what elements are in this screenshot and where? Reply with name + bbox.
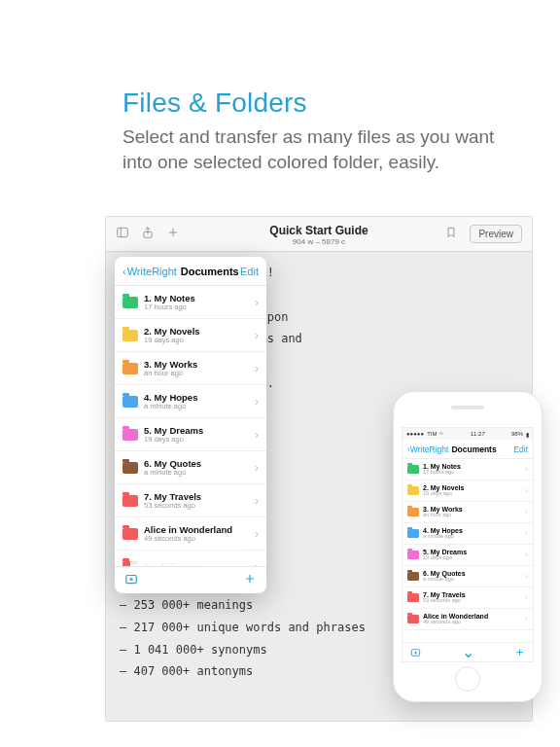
preview-button[interactable]: Preview — [470, 225, 522, 243]
carrier-label: TIM — [427, 431, 437, 437]
folder-list: 1. My Notes 17 hours ago › 2. My Novels … — [115, 286, 266, 566]
popover-header: ‹ WriteRight Documents Edit — [115, 257, 266, 286]
battery-icon: ▮ — [526, 431, 529, 438]
list-item[interactable]: 1. My Notes 17 hours ago › — [115, 286, 266, 319]
folder-time: 53 seconds ago — [423, 598, 466, 604]
folder-time: 17 hours ago — [423, 470, 461, 476]
iphone-folder-list: 1. My Notes 17 hours ago › 2. My Novels … — [402, 459, 533, 642]
chevron-right-icon: › — [525, 465, 528, 474]
new-folder-icon[interactable] — [410, 644, 421, 661]
folder-icon — [407, 465, 419, 474]
folder-time: 19 days ago — [144, 337, 200, 344]
list-item[interactable]: 4. My Hopes a minute ago › — [402, 523, 533, 545]
chevron-right-icon: › — [255, 428, 259, 442]
chevron-right-icon: › — [525, 551, 528, 559]
iphone-screen: ●●●●● TIM ⌔ 11:27 98% ▮ ‹WriteRight Docu… — [402, 427, 534, 662]
iphone-title: Documents — [451, 445, 496, 454]
chevron-right-icon: › — [525, 572, 528, 581]
list-item[interactable]: 5. My Dreams 19 days ago › — [402, 545, 533, 566]
chevron-right-icon: › — [255, 461, 259, 475]
popover-title: Documents — [181, 266, 239, 277]
iphone-device: ●●●●● TIM ⌔ 11:27 98% ▮ ‹WriteRight Docu… — [393, 391, 542, 702]
add-icon[interactable] — [514, 644, 525, 661]
folder-time: 19 days ago — [423, 491, 464, 497]
list-item[interactable]: 2. My Novels 19 days ago › — [115, 319, 266, 352]
share-icon[interactable] — [141, 226, 155, 243]
folder-icon — [122, 462, 138, 474]
hero-subtitle: Select and transfer as many files as you… — [122, 124, 525, 174]
list-item[interactable]: 5. My Dreams 19 days ago › — [115, 418, 266, 451]
iphone-nav: ‹WriteRight Documents Edit — [402, 440, 533, 459]
folder-icon — [407, 615, 419, 623]
iphone-edit-button[interactable]: Edit — [513, 445, 528, 454]
folder-time: 17 hours ago — [144, 303, 195, 311]
folder-icon — [122, 363, 138, 374]
battery-label: 98% — [511, 431, 523, 437]
folder-icon — [407, 551, 419, 559]
list-item[interactable]: 4. My Hopes a minute ago › — [115, 385, 266, 418]
chevron-right-icon: › — [255, 362, 259, 375]
chevron-right-icon: › — [525, 486, 528, 495]
folder-icon — [122, 396, 138, 408]
signal-icon: ●●●●● — [406, 431, 424, 437]
folder-time: 49 seconds ago — [423, 620, 488, 625]
list-item[interactable]: 6. My Quotes a minute ago › — [402, 566, 533, 587]
folder-icon — [407, 486, 419, 495]
plus-icon[interactable] — [166, 226, 180, 243]
list-item[interactable]: 3. My Works an hour ago › — [115, 352, 266, 385]
svg-rect-0 — [118, 228, 128, 236]
sidebar-icon[interactable] — [116, 226, 129, 243]
iphone-toolbar: ⌄ — [402, 642, 533, 661]
back-button[interactable]: ‹ WriteRight — [122, 266, 177, 277]
folder-icon — [122, 429, 138, 441]
chevron-right-icon: › — [255, 527, 259, 541]
list-item[interactable]: 6. My Quotes a minute ago › — [115, 451, 266, 484]
folder-time: an hour ago — [144, 370, 197, 377]
new-folder-icon[interactable] — [124, 572, 138, 589]
folder-time: a minute ago — [423, 577, 466, 583]
folder-time: a minute ago — [423, 534, 463, 540]
folder-icon — [407, 593, 419, 602]
chevron-right-icon: › — [255, 494, 259, 508]
chevron-right-icon: › — [255, 296, 259, 309]
list-item[interactable]: 7. My Travels 53 seconds ago › — [402, 587, 533, 609]
folder-time: 49 seconds ago — [144, 535, 232, 543]
list-item[interactable]: 7. My Travels 53 seconds ago › — [115, 484, 266, 517]
hero-title: Files & Folders — [122, 88, 525, 119]
chevron-right-icon: › — [525, 508, 528, 516]
list-item[interactable]: Alice in Wonderland 49 seconds ago › — [402, 609, 533, 630]
folder-icon — [407, 508, 419, 516]
hero: Files & Folders Select and transfer as m… — [0, 0, 560, 174]
popover-footer — [115, 566, 266, 593]
bookmark-icon[interactable] — [444, 226, 458, 243]
folder-icon — [407, 572, 419, 581]
edit-button[interactable]: Edit — [240, 266, 259, 277]
folder-time: 19 days ago — [144, 436, 203, 444]
folder-time: an hour ago — [423, 513, 463, 518]
chevron-right-icon: › — [255, 395, 259, 409]
folder-icon — [407, 529, 419, 538]
list-item[interactable]: 1. My Notes 17 hours ago › — [402, 459, 533, 480]
ipad-toolbar: Preview — [106, 217, 532, 252]
folder-time: a minute ago — [144, 469, 201, 477]
folder-time: 53 seconds ago — [144, 502, 201, 510]
chevron-right-icon: › — [525, 615, 528, 623]
folder-time: a minute ago — [144, 403, 197, 410]
chevron-down-icon[interactable]: ⌄ — [462, 643, 474, 661]
list-item[interactable]: 3. My Works an hour ago › — [402, 502, 533, 523]
folder-icon — [122, 297, 138, 308]
back-label: WriteRight — [127, 266, 177, 277]
list-item[interactable]: English texts › — [115, 551, 266, 566]
folder-time: 19 days ago — [423, 555, 467, 561]
add-icon[interactable] — [243, 572, 257, 589]
chevron-right-icon: › — [525, 529, 528, 538]
iphone-back-label: WriteRight — [410, 445, 449, 454]
chevron-right-icon: › — [255, 329, 259, 342]
folder-icon — [122, 561, 138, 567]
list-item[interactable]: 2. My Novels 19 days ago › — [402, 480, 533, 502]
status-bar: ●●●●● TIM ⌔ 11:27 98% ▮ — [402, 428, 533, 440]
documents-popover: ‹ WriteRight Documents Edit 1. My Notes … — [115, 257, 266, 593]
list-item[interactable]: Alice in Wonderland 49 seconds ago › — [115, 517, 266, 551]
chevron-left-icon: ‹ — [122, 266, 126, 277]
iphone-back-button[interactable]: ‹WriteRight — [407, 445, 448, 454]
